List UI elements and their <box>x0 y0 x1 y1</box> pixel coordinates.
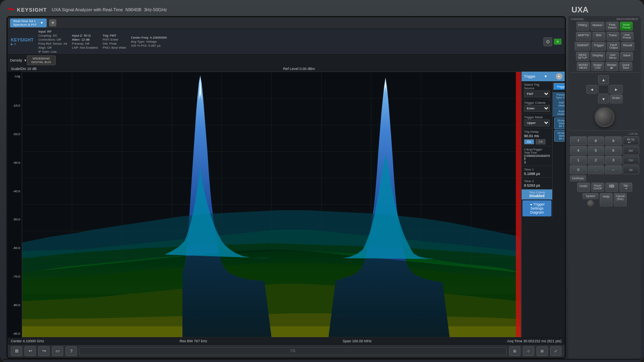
instrument-title: UXA Signal Analyzer with Real-Time N9040… <box>52 7 167 12</box>
numpad: 7 8 9 Bk Sp◄+ 4 5 6 Del 1 2 3 Ctrl 0 . −… <box>570 136 639 174</box>
spectrum-display: Log -10.0 -20.0 -30.0 -40.0 -50.0 -60.0 … <box>8 72 565 337</box>
trig-delay-off[interactable]: Off <box>536 139 546 144</box>
peak-search-button[interactable]: PeakSearch <box>606 22 619 31</box>
user-menu-button[interactable]: UserMenu <box>606 52 619 61</box>
alt-button[interactable]: Alt <box>623 165 640 174</box>
ctrl-redo-button[interactable]: Ctrl/Redo <box>570 175 586 181</box>
hw-row-4: MEASSETUP Display UserMenu Save <box>570 52 639 61</box>
window-button[interactable]: ▭ <box>52 346 63 356</box>
fmt-mask-button[interactable]: FMT Mask <box>553 100 566 108</box>
freq-button[interactable]: FREQ <box>576 22 589 31</box>
marker-button[interactable]: Marker <box>590 22 605 31</box>
undo-hw-button[interactable]: Undo <box>577 183 590 192</box>
trace-button[interactable]: Trace <box>607 32 619 41</box>
density-select[interactable]: Density ▼ <box>10 58 27 62</box>
tab-button[interactable]: Tab⇥ <box>619 183 632 192</box>
stream-mark-bit2-button[interactable]: Stream Mark Bit 2 <box>554 130 566 142</box>
bw-button[interactable]: BW <box>592 32 605 41</box>
single-cont-button[interactable]: Single/Cont <box>591 62 604 71</box>
num-1[interactable]: 1 <box>570 156 587 165</box>
restart-button[interactable]: Restart⏮ <box>605 62 619 71</box>
hw-row-bottom: Undo TouchOn/Off ⌨ Tab⇥ <box>570 183 639 192</box>
trigger-header: Trigger ▼ ✦ <box>522 72 565 81</box>
settings-icon[interactable]: ⚙ <box>543 37 552 46</box>
nav-center <box>598 85 609 94</box>
trigger-hw-button[interactable]: Trigger <box>592 42 606 51</box>
enter-button[interactable]: Enter <box>610 95 623 103</box>
input-output-button[interactable]: Input/Output <box>607 42 620 51</box>
del-button[interactable]: Del <box>623 146 640 155</box>
fullscreen-button[interactable]: ⤢ <box>550 346 561 356</box>
trig-source-select[interactable]: FMT <box>524 90 550 97</box>
num-4[interactable]: 4 <box>570 146 587 155</box>
trigger-action-button[interactable]: Trigger <box>553 83 566 90</box>
decimal-button[interactable]: . <box>588 165 605 174</box>
spectrum-chart <box>22 72 521 337</box>
main-knob[interactable] <box>594 107 615 127</box>
rt-indicator[interactable]: ⊕ <box>554 39 561 45</box>
backspace-button[interactable]: Bk Sp◄+ <box>623 136 640 145</box>
num-5[interactable]: 5 <box>588 146 605 155</box>
undo-button[interactable]: ↩ <box>25 346 36 356</box>
display-controls-row: Density ▼ WIDEBAND DIGITAL BUS <box>8 55 565 66</box>
toolbar: ⊞ ↩ ↪ ▭ ? PA ⊞ ⊹ ⊞ ⤢ <box>8 344 565 358</box>
auto-holdoff-button[interactable]: Auto/ Holdoff <box>553 108 566 117</box>
quick-save-button[interactable]: QuickSave <box>619 62 632 71</box>
help-button[interactable]: ? <box>66 346 77 356</box>
periodic-sync-src-button[interactable]: Periodic Sync Src <box>553 92 566 100</box>
acqs-trigger-row: # Acqs/Trigger Total Time 0.030002152302… <box>522 146 552 166</box>
num-8[interactable]: 8 <box>588 136 605 145</box>
recall-button[interactable]: Recall <box>621 42 634 51</box>
spectrum-svg <box>22 72 521 337</box>
num-7[interactable]: 7 <box>570 136 587 145</box>
hardware-panel: Channel Measurement FREQ Marker PeakSear… <box>568 16 641 359</box>
nav-right-button[interactable]: ► <box>610 85 623 94</box>
touch-on-off-button[interactable]: TouchOn/Off <box>591 183 604 192</box>
keyboard-button[interactable]: ⌨ <box>605 183 618 192</box>
num-2[interactable]: 2 <box>588 156 605 165</box>
nav-up-button[interactable]: ▲ <box>598 75 609 84</box>
system-button[interactable]: System <box>582 193 599 199</box>
redo-button[interactable]: ↪ <box>38 346 50 356</box>
save-button[interactable]: Save <box>620 52 633 61</box>
top-bar: 〜 KEYSIGHT UXA Signal Analyzer with Real… <box>3 3 641 16</box>
meas-setup-button[interactable]: MEASSETUP <box>576 52 589 61</box>
mode-meas-button[interactable]: MODE/MEAS <box>577 62 590 71</box>
ctrl-button[interactable]: Ctrl <box>623 156 640 165</box>
keysight-logo: 〜 KEYSIGHT <box>7 5 47 14</box>
hw-divider-2 <box>570 130 639 131</box>
hw-divider-1 <box>570 72 639 73</box>
cancel-button[interactable]: Cancel(Esc) <box>614 193 627 206</box>
trigger-criteria-select[interactable]: Enter <box>524 105 550 112</box>
crosshair-button[interactable]: ⊞ <box>537 346 548 356</box>
minus-button[interactable]: − <box>605 165 622 174</box>
nav-down-button[interactable]: ▼ <box>598 95 609 103</box>
num-9[interactable]: 9 <box>605 136 622 145</box>
amptd-button[interactable]: AMPTD <box>576 32 591 41</box>
span: Span 160.00 MHz <box>343 339 372 343</box>
trigger-mask-select[interactable]: Upper <box>524 119 550 126</box>
num-6[interactable]: 6 <box>605 146 622 155</box>
user-preset-button[interactable]: UserPreset <box>621 32 634 41</box>
trigger-diagram-button[interactable]: ◄ Trigger Settings Diagram <box>522 200 551 216</box>
display-button[interactable]: Display <box>590 52 605 61</box>
hw-row-ctrl: Ctrl/Redo <box>570 175 639 181</box>
instrument-body: 〜 KEYSIGHT UXA Signal Analyzer with Real… <box>0 0 644 362</box>
trig-delay-on[interactable]: On <box>524 139 534 144</box>
num-3[interactable]: 3 <box>605 156 622 165</box>
system-knob[interactable] <box>587 200 594 206</box>
knob-area <box>570 105 639 129</box>
sweep-button[interactable]: SWEEP <box>575 42 590 51</box>
num-0[interactable]: 0 <box>570 165 587 174</box>
mode-preset-button[interactable]: ModePreset <box>620 22 633 31</box>
command-input[interactable]: PA <box>79 347 507 355</box>
cursor-button[interactable]: ⊹ <box>523 346 534 356</box>
stream-mark-bit1-button[interactable]: Stream Mark Bit 1 <box>554 117 566 129</box>
help-hw-button[interactable]: Help <box>600 193 613 206</box>
windows-button[interactable]: ⊞ <box>11 346 22 356</box>
add-tab-button[interactable]: + <box>49 19 56 27</box>
nav-left-button[interactable]: ◄ <box>586 85 597 94</box>
info-trig: Trig: FMT FMT: Enter Det: Peak PNO: Best… <box>103 34 126 49</box>
tab-realtime-sa1[interactable]: Real-Time SA 1 Spectrum & PvT ▼ <box>10 19 47 27</box>
grid-button[interactable]: ⊞ <box>509 346 520 356</box>
